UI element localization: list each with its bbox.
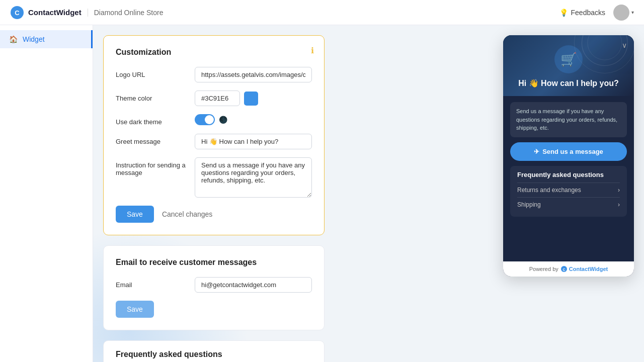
dark-theme-toggle[interactable] <box>195 114 215 125</box>
faq-card-title: Frequently asked questions <box>116 350 312 359</box>
email-label: Email <box>116 277 189 289</box>
svg-point-3 <box>588 35 622 60</box>
customization-actions: Save Cancel changes <box>116 206 312 223</box>
widget-icon: 🏠 <box>9 35 18 43</box>
widget-send-button[interactable]: ✈ Send us a message <box>510 142 627 161</box>
svg-point-4 <box>574 35 634 73</box>
preview-panel: ∨ 🛒 Hi 👋 How can I help you? Send us a m… <box>498 25 644 362</box>
faq-shipping-label: Shipping <box>517 201 541 208</box>
logo-icon: C <box>10 6 24 20</box>
customization-title: Customization <box>116 48 312 57</box>
logo-url-label: Logo URL <box>116 67 189 78</box>
moon-icon: 🌑 <box>219 116 227 124</box>
send-label: Send us a message <box>542 148 603 155</box>
email-row: Email <box>116 277 312 293</box>
logo-url-input[interactable] <box>195 67 312 82</box>
sidebar-item-label: Widget <box>23 35 45 43</box>
cancel-button[interactable]: Cancel changes <box>162 210 212 218</box>
header-left: C ContactWidget Diamond Online Store <box>10 6 163 20</box>
greet-message-row: Greet message <box>116 134 312 149</box>
dark-theme-row: Use dark theme 🌑 <box>116 114 312 126</box>
faq-returns-chevron: › <box>618 187 620 194</box>
theme-color-label: Theme color <box>116 90 189 102</box>
widget-faq: Frequently asked questions Returns and e… <box>510 166 627 217</box>
logo-url-row: Logo URL <box>116 67 312 82</box>
email-input[interactable] <box>195 277 312 293</box>
instruction-textarea[interactable]: Send us a message if you have any questi… <box>195 157 312 198</box>
customization-card: ℹ Customization Logo URL Theme color Use… <box>103 35 325 235</box>
send-icon: ✈ <box>534 148 539 155</box>
powered-logo-icon: C <box>560 265 568 273</box>
logo-area: C ContactWidget <box>10 6 82 20</box>
instruction-row: Instruction for sending a message Send u… <box>116 157 312 198</box>
widget-body: Send us a message if you have any questi… <box>503 96 634 261</box>
faq-card: Frequently asked questions <box>103 340 325 362</box>
svg-point-2 <box>582 35 627 66</box>
faq-shipping-chevron: › <box>618 201 620 208</box>
feedbacks-label: Feedbacks <box>571 9 605 17</box>
theme-color-field <box>195 90 258 106</box>
instruction-label: Instruction for sending a message <box>116 157 189 176</box>
svg-text:C: C <box>15 9 20 17</box>
svg-text:C: C <box>562 268 565 272</box>
email-actions: Save <box>116 301 312 318</box>
faq-returns-label: Returns and exchanges <box>517 187 581 194</box>
powered-by-text: Powered by <box>529 266 558 272</box>
widget-header: ∨ 🛒 Hi 👋 How can I help you? <box>503 35 634 96</box>
main-layout: 🏠 Widget ℹ Customization Logo URL Theme … <box>0 25 644 362</box>
widget-faq-item-shipping[interactable]: Shipping › <box>517 197 620 212</box>
feedbacks-button[interactable]: 💡 Feedbacks <box>559 9 605 17</box>
email-save-button[interactable]: Save <box>116 301 154 318</box>
color-swatch[interactable] <box>244 92 258 106</box>
greet-message-input[interactable] <box>195 134 312 149</box>
feedbacks-icon: 💡 <box>559 9 568 17</box>
store-name: Diamond Online Store <box>88 9 164 17</box>
chevron-down-icon[interactable]: ▾ <box>631 10 634 15</box>
widget-preview: ∨ 🛒 Hi 👋 How can I help you? Send us a m… <box>503 35 634 277</box>
dark-theme-label: Use dark theme <box>116 114 189 126</box>
powered-brand: ContactWidget <box>569 266 608 272</box>
email-card-title: Email to receive customer messages <box>116 258 312 267</box>
sidebar-item-widget[interactable]: 🏠 Widget <box>0 30 93 48</box>
widget-faq-item-returns[interactable]: Returns and exchanges › <box>517 183 620 197</box>
bg-circles-svg <box>503 35 634 96</box>
content-area: ℹ Customization Logo URL Theme color Use… <box>93 25 498 362</box>
widget-instruction: Send us a message if you have any questi… <box>510 102 627 137</box>
sidebar: 🏠 Widget <box>0 25 93 362</box>
theme-color-row: Theme color <box>116 90 312 106</box>
powered-by-logo: C ContactWidget <box>560 265 608 273</box>
logo-text: ContactWidget <box>28 8 82 17</box>
info-icon: ℹ <box>311 46 314 55</box>
save-button[interactable]: Save <box>116 206 154 223</box>
header: C ContactWidget Diamond Online Store 💡 F… <box>0 0 644 25</box>
email-card: Email to receive customer messages Email… <box>103 245 325 330</box>
dark-theme-toggle-container: 🌑 <box>195 114 227 125</box>
greet-message-label: Greet message <box>116 134 189 145</box>
widget-faq-title: Frequently asked questions <box>517 171 620 178</box>
theme-color-input[interactable] <box>195 90 240 106</box>
avatar[interactable] <box>613 5 629 21</box>
header-right: 💡 Feedbacks ▾ <box>559 5 634 21</box>
widget-powered-by: Powered by C ContactWidget <box>503 261 634 277</box>
